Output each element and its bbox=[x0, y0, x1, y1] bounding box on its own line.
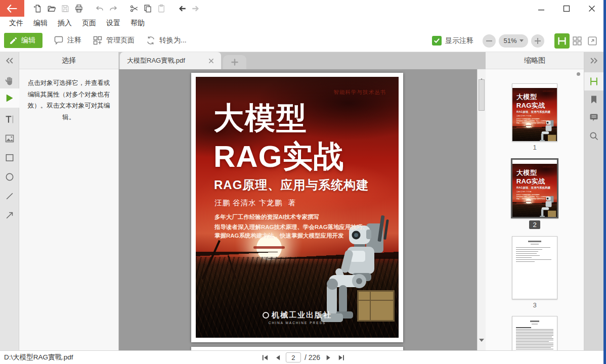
book-cover: 智能科学与技术丛书 大模型 RAG实战 RAG原理、应用与系统构建 汪鹏 谷清水… bbox=[196, 77, 399, 338]
fullscreen-icon bbox=[587, 35, 598, 47]
grid-view-button[interactable] bbox=[570, 33, 585, 49]
thumbnails-tab-button[interactable] bbox=[584, 72, 603, 90]
cover-tagline-1: 多年大厂工作经验的资深AI技术专家撰写 bbox=[214, 213, 319, 221]
minimize-button[interactable] bbox=[534, 2, 548, 15]
select-cursor-icon bbox=[5, 93, 15, 103]
comments-tab-button[interactable] bbox=[584, 109, 603, 127]
show-comments-checkbox[interactable] bbox=[432, 36, 442, 46]
next-page-button[interactable] bbox=[324, 353, 333, 362]
comment-bubble-icon bbox=[54, 35, 64, 46]
thumbnail-text-page-4 bbox=[512, 316, 557, 350]
comment-button[interactable]: 注释 bbox=[54, 33, 81, 48]
paste-button[interactable] bbox=[155, 2, 167, 15]
text-tool-icon bbox=[5, 114, 15, 124]
cut-button[interactable] bbox=[127, 2, 140, 15]
plus-icon-v bbox=[537, 38, 538, 44]
new-tab-button[interactable] bbox=[223, 55, 246, 69]
navigate-back-button[interactable] bbox=[176, 2, 188, 15]
rectangle-tool-button[interactable] bbox=[0, 150, 19, 165]
window-edge bbox=[603, 0, 606, 364]
scroll-up-button[interactable] bbox=[478, 70, 486, 78]
redo-button[interactable] bbox=[107, 2, 119, 15]
search-tab-button[interactable] bbox=[584, 127, 603, 145]
zoom-out-button[interactable] bbox=[483, 34, 496, 48]
select-panel: 选择 点击对象可选择它，并查看或编辑其属性（对多个对象也有效）。双击文本对象可对… bbox=[19, 52, 119, 350]
undo-icon bbox=[95, 4, 104, 13]
minimize-icon bbox=[538, 5, 545, 12]
convert-icon bbox=[146, 35, 156, 46]
left-tool-rail bbox=[0, 52, 19, 350]
manage-pages-label: 管理页面 bbox=[106, 36, 135, 45]
menu-file[interactable]: 文件 bbox=[4, 17, 28, 29]
thumbnail-scrollbar-thumb[interactable] bbox=[577, 72, 580, 76]
cover-subtitle: RAG原理、应用与系统构建 bbox=[214, 177, 369, 193]
page-number-input[interactable] bbox=[286, 352, 301, 362]
tab-close-button[interactable] bbox=[206, 56, 216, 66]
main-toolbar: 编辑 注释 管理页面 转换为... 显示注释 51% bbox=[0, 29, 606, 52]
text-tool-button[interactable] bbox=[0, 112, 19, 127]
line-tool-button[interactable] bbox=[0, 189, 19, 204]
scroll-down-button[interactable] bbox=[478, 341, 486, 349]
pdf-page[interactable]: 智能科学与技术丛书 大模型 RAG实战 RAG原理、应用与系统构建 汪鹏 谷清水… bbox=[191, 73, 403, 342]
document-tab[interactable]: 大模型RAG實戰.pdf bbox=[120, 52, 221, 69]
previous-page-button[interactable] bbox=[273, 353, 282, 362]
rectangle-icon bbox=[5, 153, 15, 163]
open-file-button[interactable] bbox=[45, 2, 58, 15]
document-canvas[interactable]: 智能科学与技术丛书 大模型 RAG实战 RAG原理、应用与系统构建 汪鹏 谷清水… bbox=[119, 69, 486, 350]
print-icon bbox=[74, 4, 83, 13]
scrollbar-thumb[interactable] bbox=[479, 79, 485, 111]
hand-icon bbox=[5, 76, 15, 86]
bookmark-icon bbox=[589, 95, 599, 105]
zoom-in-button[interactable] bbox=[531, 34, 544, 48]
back-button[interactable] bbox=[0, 0, 24, 17]
line-icon bbox=[5, 191, 15, 201]
window-controls bbox=[534, 0, 599, 17]
minus-icon bbox=[486, 40, 492, 41]
close-button[interactable] bbox=[585, 2, 599, 15]
edit-mode-button[interactable]: 编辑 bbox=[4, 33, 42, 48]
thumbnail-page-4[interactable]: 4 bbox=[512, 316, 557, 350]
select-panel-description: 点击对象可选择它，并查看或编辑其属性（对多个对象也有效）。双击文本对象可对其编辑… bbox=[19, 69, 118, 131]
save-button[interactable] bbox=[59, 2, 71, 15]
thumbnail-page-2[interactable]: 智能科学与技术丛书 大模型 RAG实战 RAG原理、应用与系统构建 汪鹏 谷清水… bbox=[511, 158, 558, 229]
menu-page[interactable]: 页面 bbox=[77, 17, 101, 29]
open-folder-icon bbox=[47, 4, 56, 13]
check-icon bbox=[434, 37, 440, 44]
fullscreen-button[interactable] bbox=[585, 33, 600, 49]
last-page-icon bbox=[338, 354, 344, 361]
menu-insert[interactable]: 插入 bbox=[53, 17, 77, 29]
copy-button[interactable] bbox=[141, 2, 154, 15]
navigate-forward-button[interactable] bbox=[189, 2, 202, 15]
single-page-view-button[interactable] bbox=[554, 33, 570, 49]
comment-list-icon bbox=[589, 113, 599, 123]
canvas-scrollbar[interactable] bbox=[477, 69, 486, 350]
thumbnail-page-1[interactable]: 智能科学与技术丛书 大模型 RAG实战 RAG原理、应用与系统构建 汪鹏 谷清水… bbox=[512, 83, 557, 151]
manage-pages-button[interactable]: 管理页面 bbox=[93, 33, 135, 48]
convert-button[interactable]: 转换为... bbox=[146, 33, 187, 48]
cover-tagline-2: 指导读者深入理解RAG技术原理、学会RAG落地应用技巧、 bbox=[214, 223, 368, 231]
zoom-level-value: 51% bbox=[503, 37, 516, 44]
bookmarks-tab-button[interactable] bbox=[584, 90, 603, 109]
first-page-button[interactable] bbox=[261, 353, 270, 362]
menu-edit[interactable]: 编辑 bbox=[28, 17, 53, 29]
thumbnail-page-3[interactable]: 3 bbox=[512, 236, 557, 309]
thumbnail-list: 智能科学与技术丛书 大模型 RAG实战 RAG原理、应用与系统构建 汪鹏 谷清水… bbox=[486, 69, 584, 350]
menu-help[interactable]: 帮助 bbox=[125, 17, 150, 29]
maximize-button[interactable] bbox=[559, 2, 574, 15]
zoom-level-dropdown[interactable]: 51% bbox=[499, 34, 528, 48]
image-tool-button[interactable] bbox=[0, 131, 19, 146]
select-tool-button[interactable] bbox=[0, 88, 19, 108]
single-page-view-icon bbox=[556, 35, 568, 47]
undo-button[interactable] bbox=[93, 2, 106, 15]
collapse-right-panel-button[interactable] bbox=[584, 52, 603, 69]
collapse-left-panel-button[interactable] bbox=[0, 52, 19, 69]
last-page-button[interactable] bbox=[336, 353, 345, 362]
ellipse-tool-button[interactable] bbox=[0, 169, 19, 185]
menu-settings[interactable]: 设置 bbox=[101, 17, 125, 29]
arrow-tool-button[interactable] bbox=[0, 208, 19, 223]
convert-button-label: 转换为... bbox=[159, 36, 187, 45]
new-document-button[interactable] bbox=[31, 2, 44, 15]
print-button[interactable] bbox=[72, 2, 85, 15]
hand-tool-button[interactable] bbox=[0, 73, 19, 88]
maximize-icon bbox=[563, 5, 570, 12]
